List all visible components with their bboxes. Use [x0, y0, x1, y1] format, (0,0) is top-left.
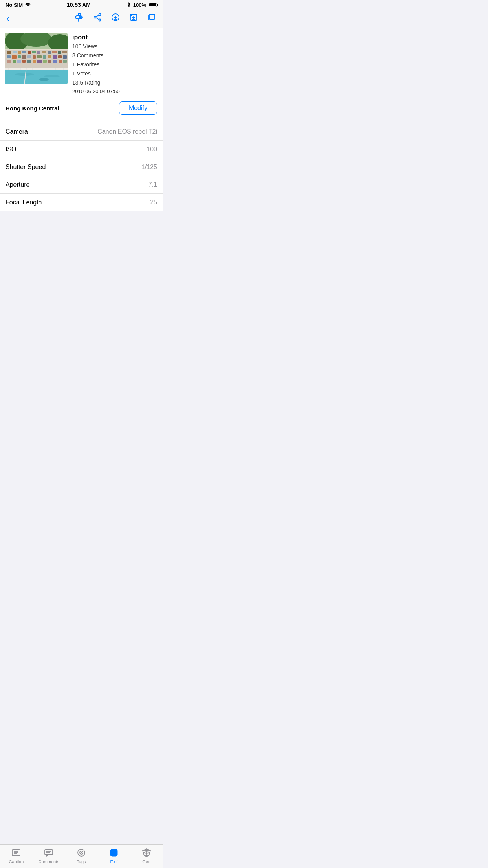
svg-rect-26: [13, 51, 17, 53]
svg-rect-44: [43, 55, 46, 59]
svg-rect-41: [27, 55, 31, 58]
exif-row-shutter: Shutter Speed 1/125: [0, 158, 163, 176]
photo-thumbnail: [5, 33, 68, 84]
exif-label-aperture: Aperture: [6, 181, 29, 188]
svg-rect-32: [42, 51, 46, 53]
svg-rect-42: [33, 55, 36, 59]
exif-row-iso: ISO 100: [0, 141, 163, 158]
svg-rect-27: [18, 51, 21, 54]
exif-label-camera: Camera: [6, 128, 28, 135]
svg-rect-52: [22, 60, 26, 63]
nav-icons: [75, 13, 156, 24]
svg-rect-40: [22, 55, 26, 59]
svg-rect-48: [63, 55, 67, 59]
exif-value-focal: 25: [150, 199, 157, 206]
svg-rect-18: [149, 14, 155, 19]
svg-point-5: [94, 17, 96, 18]
photo-favorites: 1 Favorites: [72, 61, 158, 69]
photo-date: 2010-06-20 04:07:50: [72, 88, 158, 94]
modify-button[interactable]: Modify: [119, 101, 157, 115]
svg-rect-43: [37, 55, 42, 58]
svg-rect-29: [28, 51, 31, 54]
photo-comments: 8 Comments: [72, 51, 158, 60]
svg-rect-50: [13, 60, 16, 63]
bucket-icon-svg: [75, 13, 84, 22]
svg-rect-58: [53, 60, 57, 63]
square-icon-svg: [147, 13, 156, 22]
add-text-icon-svg: [111, 13, 120, 22]
svg-point-6: [99, 19, 101, 21]
svg-rect-34: [52, 51, 57, 53]
svg-rect-53: [27, 60, 31, 63]
svg-rect-37: [7, 55, 11, 58]
svg-rect-36: [62, 51, 67, 53]
battery-icon: [149, 3, 157, 7]
upload-icon-svg: [129, 13, 138, 22]
photo-info-row: ipont 106 Views 8 Comments 1 Favorites 1…: [0, 28, 163, 97]
svg-rect-47: [58, 55, 62, 58]
exif-value-iso: 100: [147, 146, 157, 153]
status-right: 100%: [127, 2, 157, 8]
svg-rect-46: [53, 55, 57, 59]
svg-rect-35: [58, 51, 61, 54]
svg-rect-33: [48, 51, 51, 54]
svg-rect-49: [7, 60, 11, 63]
exif-row-focal: Focal Length 25: [0, 194, 163, 211]
wifi-icon: [25, 2, 31, 7]
exif-row-aperture: Aperture 7.1: [0, 176, 163, 194]
battery-label: 100%: [133, 2, 146, 8]
svg-rect-60: [63, 60, 67, 63]
svg-rect-39: [18, 55, 21, 58]
svg-rect-56: [43, 60, 47, 63]
svg-rect-0: [78, 13, 81, 16]
svg-rect-57: [48, 60, 51, 63]
svg-rect-28: [22, 51, 26, 53]
exif-value-camera: Canon EOS rebel T2i: [97, 128, 157, 135]
svg-point-72: [39, 78, 49, 81]
svg-rect-59: [59, 60, 62, 63]
svg-point-69: [15, 73, 34, 76]
svg-rect-38: [12, 55, 17, 59]
status-time: 10:53 AM: [67, 2, 91, 8]
svg-rect-25: [7, 51, 11, 54]
location-label: Hong Kong Central: [6, 105, 59, 112]
svg-rect-30: [32, 51, 36, 53]
add-text-icon[interactable]: [111, 13, 120, 24]
svg-line-8: [96, 18, 99, 20]
svg-rect-45: [48, 55, 51, 58]
bluetooth-icon: [127, 2, 132, 7]
svg-rect-51: [17, 60, 21, 63]
photo-views: 106 Views: [72, 42, 158, 51]
share-icon[interactable]: [93, 13, 102, 24]
photo-votes: 1 Votes: [72, 70, 158, 78]
photo-svg: [5, 33, 68, 84]
svg-rect-31: [37, 51, 40, 54]
nav-bar: ‹: [0, 9, 163, 28]
svg-rect-54: [33, 60, 36, 63]
exif-value-shutter: 1/125: [141, 164, 157, 171]
back-button[interactable]: ‹: [6, 13, 10, 24]
status-bar: No SIM 10:53 AM 100%: [0, 0, 163, 9]
exif-label-shutter: Shutter Speed: [6, 164, 46, 171]
share-icon-svg: [93, 13, 102, 22]
svg-point-70: [44, 75, 60, 77]
exif-row-camera: Camera Canon EOS rebel T2i: [0, 123, 163, 141]
bucket-icon[interactable]: [75, 13, 84, 24]
carrier-label: No SIM: [6, 2, 23, 8]
exif-label-iso: ISO: [6, 146, 17, 153]
photo-rating: 13.5 Rating: [72, 79, 158, 87]
svg-rect-55: [37, 60, 42, 63]
exif-table: Camera Canon EOS rebel T2i ISO 100 Shutt…: [0, 123, 163, 211]
location-modify-row: Hong Kong Central Modify: [0, 97, 163, 120]
svg-line-7: [96, 15, 99, 17]
status-left: No SIM: [6, 2, 31, 8]
exif-value-aperture: 7.1: [149, 181, 157, 188]
photo-title: ipont: [72, 34, 158, 41]
svg-point-4: [99, 14, 101, 16]
exif-label-focal: Focal Length: [6, 199, 42, 206]
empty-space: [0, 211, 163, 337]
square-icon[interactable]: [147, 13, 156, 24]
photo-meta: ipont 106 Views 8 Comments 1 Favorites 1…: [72, 33, 158, 94]
upload-icon[interactable]: [129, 13, 138, 24]
